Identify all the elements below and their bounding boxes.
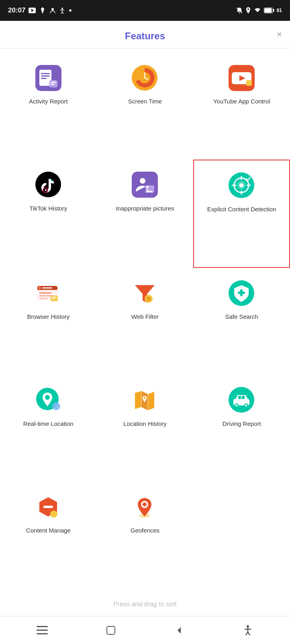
svg-rect-48 bbox=[42, 287, 52, 289]
svg-point-65 bbox=[52, 402, 60, 410]
svg-rect-17 bbox=[41, 78, 47, 79]
nav-accessibility-button[interactable] bbox=[238, 620, 258, 640]
svg-marker-88 bbox=[178, 627, 181, 634]
status-bar: 20:07 • bbox=[0, 0, 290, 21]
svg-rect-29 bbox=[246, 80, 252, 86]
svg-point-78 bbox=[245, 405, 247, 407]
screen-time-label: Screen Time bbox=[128, 97, 162, 105]
header: Features × bbox=[0, 21, 290, 49]
svg-rect-79 bbox=[43, 506, 53, 508]
youtube-app-control-label: YouTube App Control bbox=[213, 97, 270, 105]
svg-point-83 bbox=[143, 502, 147, 506]
geofences-icon bbox=[131, 493, 159, 521]
browser-history-label: Browser History bbox=[27, 313, 69, 321]
svg-rect-74 bbox=[242, 396, 245, 399]
svg-point-32 bbox=[45, 189, 47, 191]
svg-rect-56 bbox=[52, 298, 55, 299]
realtime-location-icon bbox=[34, 386, 62, 414]
close-button[interactable]: × bbox=[277, 30, 282, 39]
feature-item-realtime-location[interactable]: Real-time Location bbox=[0, 375, 97, 482]
feature-item-content-manage[interactable]: Content Manage bbox=[0, 482, 97, 589]
inappropriate-pictures-icon bbox=[131, 171, 159, 199]
web-filter-label: Web Filter bbox=[131, 313, 159, 321]
browser-history-icon bbox=[34, 279, 62, 307]
svg-rect-84 bbox=[37, 626, 48, 627]
maps-status-icon bbox=[39, 7, 46, 14]
battery-icon bbox=[264, 8, 274, 13]
feature-item-activity-report[interactable]: Activity Report bbox=[0, 53, 97, 160]
svg-point-40 bbox=[239, 183, 243, 187]
feature-item-geofences[interactable]: Geofences bbox=[97, 482, 194, 589]
nav-bar bbox=[0, 616, 290, 644]
tiktok-history-label: TikTok History bbox=[30, 205, 67, 213]
driving-report-label: Driving Report bbox=[223, 420, 261, 428]
svg-rect-19 bbox=[51, 82, 56, 83]
svg-rect-15 bbox=[41, 73, 50, 74]
svg-point-64 bbox=[45, 395, 50, 400]
bell-muted-icon bbox=[236, 7, 243, 14]
svg-rect-47 bbox=[39, 287, 41, 289]
feature-item-tiktok-history[interactable]: TikTok History bbox=[0, 160, 97, 268]
safe-search-icon bbox=[228, 279, 256, 307]
svg-rect-16 bbox=[41, 75, 50, 77]
svg-rect-11 bbox=[273, 9, 274, 12]
feature-item-driving-report[interactable]: Driving Report bbox=[193, 375, 290, 482]
svg-line-93 bbox=[248, 632, 250, 635]
svg-point-36 bbox=[146, 186, 149, 188]
svg-rect-87 bbox=[107, 626, 115, 634]
status-left: 20:07 • bbox=[8, 6, 72, 15]
feature-item-inappropriate-pictures[interactable]: Inappropriate pictures bbox=[97, 160, 194, 268]
svg-rect-20 bbox=[51, 84, 55, 85]
svg-point-80 bbox=[50, 510, 57, 518]
svg-rect-85 bbox=[37, 630, 48, 631]
features-grid: Activity Report Screen Time bbox=[0, 49, 290, 593]
svg-line-7 bbox=[62, 12, 63, 14]
svg-point-3 bbox=[61, 8, 63, 9]
page-title: Features bbox=[8, 30, 282, 42]
svg-rect-51 bbox=[39, 292, 51, 294]
svg-rect-86 bbox=[37, 633, 48, 634]
content-manage-label: Content Manage bbox=[26, 527, 71, 535]
inappropriate-pictures-label: Inappropriate pictures bbox=[116, 205, 174, 213]
feature-item-location-history[interactable]: Location History bbox=[97, 375, 194, 482]
web-filter-icon bbox=[131, 279, 159, 307]
svg-rect-73 bbox=[238, 396, 241, 399]
feature-item-browser-history[interactable]: Browser History bbox=[0, 268, 97, 375]
svg-rect-55 bbox=[52, 297, 57, 298]
svg-rect-12 bbox=[264, 8, 272, 13]
svg-point-34 bbox=[140, 178, 145, 184]
activity-report-label: Activity Report bbox=[29, 97, 68, 105]
svg-point-30 bbox=[35, 172, 61, 197]
battery-percent: 81 bbox=[277, 8, 282, 13]
geofences-label: Geofences bbox=[131, 527, 160, 535]
svg-point-2 bbox=[51, 8, 54, 10]
feature-item-web-filter[interactable]: Web Filter bbox=[97, 268, 194, 375]
svg-rect-62 bbox=[238, 292, 245, 294]
tiktok-history-icon bbox=[34, 171, 62, 199]
status-time: 20:07 bbox=[8, 6, 25, 14]
feature-item-youtube-app-control[interactable]: YouTube App Control bbox=[193, 53, 290, 160]
accessibility-status-icon bbox=[59, 7, 65, 14]
nav-home-button[interactable] bbox=[101, 620, 121, 640]
safe-search-label: Safe Search bbox=[225, 313, 258, 321]
svg-point-76 bbox=[236, 405, 238, 407]
location-history-icon bbox=[131, 386, 159, 414]
svg-rect-53 bbox=[39, 298, 47, 299]
notification-dot: • bbox=[69, 6, 71, 15]
status-right: 81 bbox=[236, 7, 282, 14]
feature-item-screen-time[interactable]: Screen Time bbox=[97, 53, 194, 160]
content-manage-icon bbox=[34, 493, 62, 521]
svg-point-89 bbox=[247, 625, 249, 628]
nav-back-button[interactable] bbox=[169, 620, 189, 640]
nav-menu-button[interactable] bbox=[32, 620, 52, 640]
svg-point-70 bbox=[144, 397, 146, 399]
feature-item-explicit-content-detection[interactable]: Explicit Content Detection bbox=[193, 160, 290, 268]
feature-item-safe-search[interactable]: Safe Search bbox=[193, 268, 290, 375]
driving-report-icon bbox=[228, 386, 256, 414]
location-icon bbox=[245, 7, 251, 14]
svg-line-92 bbox=[246, 632, 248, 635]
svg-rect-33 bbox=[132, 172, 158, 198]
youtube-app-control-icon bbox=[228, 64, 256, 92]
svg-point-59 bbox=[146, 296, 151, 301]
explicit-content-detection-label: Explicit Content Detection bbox=[207, 205, 276, 213]
